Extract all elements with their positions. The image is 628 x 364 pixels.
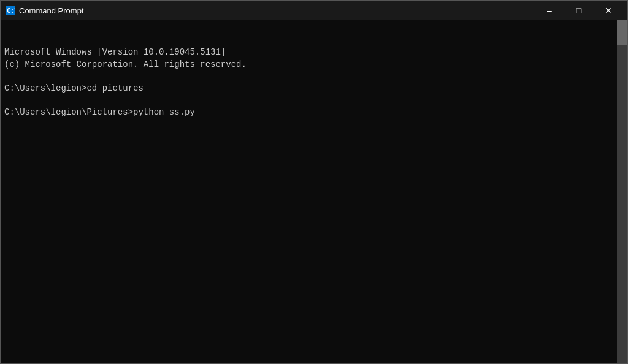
- window: C:\ Command Prompt – □ ✕ Microsoft Windo…: [0, 0, 628, 364]
- title-bar-left: C:\ Command Prompt: [6, 6, 83, 15]
- console-line: [4, 119, 613, 131]
- scrollbar[interactable]: [617, 20, 627, 363]
- cmd-icon: C:\: [6, 6, 15, 15]
- maximize-button[interactable]: □: [565, 1, 593, 20]
- console-line: C:\Users\legion>cd pictures: [4, 83, 613, 95]
- console-line: C:\Users\legion\Pictures>python ss.py: [4, 107, 613, 119]
- title-bar: C:\ Command Prompt – □ ✕: [1, 1, 627, 20]
- console-line: [4, 70, 613, 83]
- close-button[interactable]: ✕: [594, 1, 622, 20]
- minimize-button[interactable]: –: [535, 1, 564, 20]
- console-line: Microsoft Windows [Version 10.0.19045.51…: [4, 47, 613, 59]
- console-line: (c) Microsoft Corporation. All rights re…: [4, 59, 613, 71]
- title-bar-controls: – □ ✕: [535, 1, 622, 20]
- console-content[interactable]: Microsoft Windows [Version 10.0.19045.51…: [1, 20, 617, 363]
- title-text: Command Prompt: [19, 6, 83, 15]
- scrollbar-thumb[interactable]: [617, 20, 627, 45]
- console-body: Microsoft Windows [Version 10.0.19045.51…: [1, 20, 627, 363]
- console-line: [4, 95, 613, 107]
- svg-text:C:\: C:\: [7, 7, 15, 14]
